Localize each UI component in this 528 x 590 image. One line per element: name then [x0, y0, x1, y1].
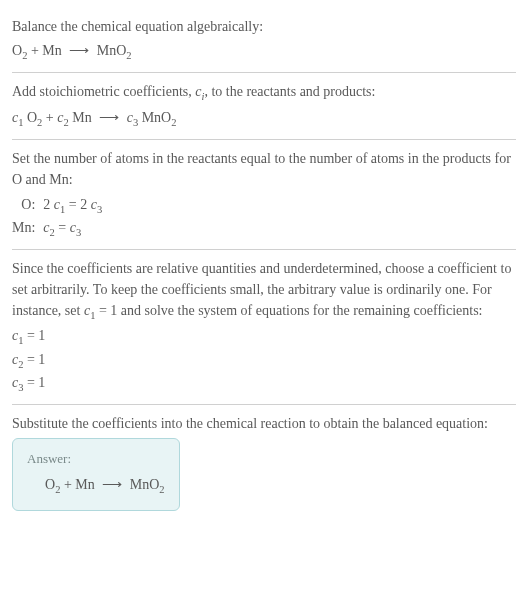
coeff-c1: c1 = 1: [12, 325, 516, 349]
atom-label-o: O:: [12, 194, 43, 218]
atom-balance-text: Set the number of atoms in the reactants…: [12, 148, 516, 190]
balanced-equation: O2 + Mn ⟶ MnO2: [27, 474, 165, 498]
atom-label-mn: Mn:: [12, 217, 43, 241]
coeff-equation: c1 O2 + c2 Mn ⟶ c3 MnO2: [12, 107, 516, 131]
answer-box: Answer: O2 + Mn ⟶ MnO2: [12, 438, 180, 511]
section-atom-balance: Set the number of atoms in the reactants…: [12, 140, 516, 250]
section-answer: Substitute the coefficients into the che…: [12, 405, 516, 519]
atom-row-o: O: 2 c1 = 2 c3: [12, 194, 102, 218]
section-problem: Balance the chemical equation algebraica…: [12, 8, 516, 73]
atom-eq-mn: c2 = c3: [43, 217, 102, 241]
atom-balance-table: O: 2 c1 = 2 c3 Mn: c2 = c3: [12, 194, 102, 241]
coeff-values: c1 = 1 c2 = 1 c3 = 1: [12, 325, 516, 396]
atom-eq-o: 2 c1 = 2 c3: [43, 194, 102, 218]
original-equation: O2 + Mn ⟶ MnO2: [12, 40, 516, 64]
solve-text: Since the coefficients are relative quan…: [12, 258, 516, 324]
section-solve: Since the coefficients are relative quan…: [12, 250, 516, 405]
section-coefficients: Add stoichiometric coefficients, ci, to …: [12, 73, 516, 140]
answer-intro-text: Substitute the coefficients into the che…: [12, 413, 516, 434]
coeff-c2: c2 = 1: [12, 349, 516, 373]
problem-text: Balance the chemical equation algebraica…: [12, 16, 516, 37]
answer-label: Answer:: [27, 449, 165, 469]
coeff-c3: c3 = 1: [12, 372, 516, 396]
coeff-intro-text: Add stoichiometric coefficients, ci, to …: [12, 81, 516, 105]
atom-row-mn: Mn: c2 = c3: [12, 217, 102, 241]
